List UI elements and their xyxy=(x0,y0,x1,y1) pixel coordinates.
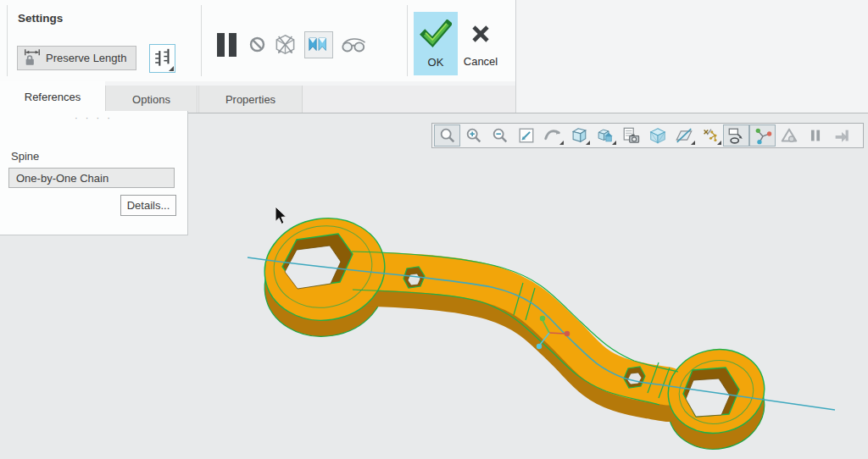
pause-icon[interactable] xyxy=(212,30,241,59)
display-style-button[interactable] xyxy=(565,124,592,147)
transparent-display-button[interactable] xyxy=(644,124,670,147)
references-panel: · · · · Spine One-by-One Chain Details..… xyxy=(0,111,188,235)
tab-options[interactable]: Options xyxy=(105,86,198,113)
zoom-in-button[interactable] xyxy=(460,124,487,147)
details-label: Details... xyxy=(127,199,170,212)
group-separator xyxy=(407,5,408,76)
exit-tool-button[interactable] xyxy=(828,124,854,147)
ok-check-icon xyxy=(420,19,452,51)
group-separator xyxy=(7,5,8,76)
preview-options-group xyxy=(212,25,381,64)
preserve-length-label: Preserve Length xyxy=(46,52,126,64)
no-preview-icon[interactable] xyxy=(248,36,266,53)
tab-references[interactable]: References xyxy=(0,81,105,113)
cancel-button[interactable]: Cancel xyxy=(460,12,501,75)
saved-orientations-button[interactable] xyxy=(592,124,618,147)
group-separator xyxy=(201,5,202,76)
cancel-x-icon xyxy=(469,23,492,47)
measure-lock-icon xyxy=(23,47,42,69)
cancel-label: Cancel xyxy=(464,55,498,68)
dashboard-tabstrip: References Options Properties xyxy=(0,81,515,113)
ok-label: OK xyxy=(428,56,444,69)
wireframe-preview-icon[interactable] xyxy=(274,33,297,56)
dashboard-ribbon: Settings Preserve Length xyxy=(0,0,515,81)
spine-value: One-by-One Chain xyxy=(16,172,108,185)
view-manager-capture-button[interactable] xyxy=(618,124,644,147)
ribbon-edge xyxy=(515,0,516,113)
spine-label: Spine xyxy=(11,150,39,163)
annotation-display-button[interactable] xyxy=(723,124,749,147)
repaint-button[interactable] xyxy=(539,124,565,147)
datum-axis-display-button[interactable] xyxy=(697,124,723,147)
datum-plane-display-button[interactable] xyxy=(670,124,697,147)
mouse-cursor xyxy=(273,206,287,230)
preserve-length-button[interactable]: Preserve Length xyxy=(17,46,136,70)
section-references-button[interactable] xyxy=(149,44,175,73)
tab-options-label: Options xyxy=(132,93,170,106)
settings-group-label: Settings xyxy=(18,12,63,25)
refit-button[interactable] xyxy=(513,124,539,147)
geometry-preview-icon[interactable] xyxy=(304,31,333,58)
panel-drag-handle[interactable]: · · · · xyxy=(0,113,187,123)
tab-references-label: References xyxy=(25,91,81,103)
details-button[interactable]: Details... xyxy=(120,195,176,216)
analysis-display-button[interactable] xyxy=(776,124,802,147)
zoom-out-button[interactable] xyxy=(487,124,513,147)
spine-collector-field[interactable]: One-by-One Chain xyxy=(8,168,175,188)
zoom-region-button[interactable] xyxy=(434,124,460,147)
verify-glasses-icon[interactable] xyxy=(341,36,367,54)
spin-center-button[interactable] xyxy=(749,124,776,147)
ok-button[interactable]: OK xyxy=(414,12,458,75)
pause-regeneration-button[interactable] xyxy=(802,124,828,147)
tab-properties-label: Properties xyxy=(225,93,275,106)
section-references-icon xyxy=(153,46,173,72)
in-graphics-toolbar xyxy=(431,123,864,148)
tabstrip-filler xyxy=(303,86,515,113)
tab-properties[interactable]: Properties xyxy=(198,86,303,113)
